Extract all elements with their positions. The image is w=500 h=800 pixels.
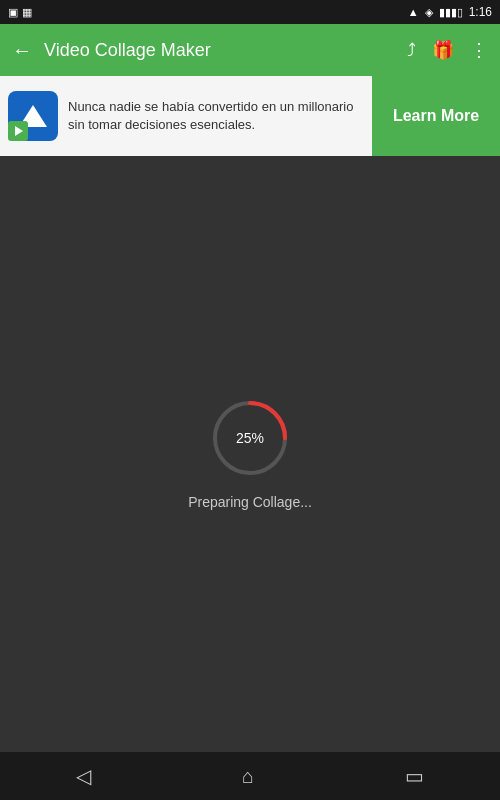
gift-icon[interactable]: 🎁 (432, 39, 454, 61)
ad-cta-label: Learn More (393, 107, 479, 125)
status-bar-right: ▲ ◈ ▮▮▮▯ 1:16 (408, 5, 492, 19)
ad-logo-wrap (8, 91, 58, 141)
notification-icon-2: ▦ (22, 6, 32, 19)
nav-recent-button[interactable] (405, 764, 424, 788)
progress-percentage: 25% (236, 430, 264, 446)
ad-text: Nunca nadie se había convertido en un mi… (68, 98, 364, 134)
app-bar-actions: ⤴ 🎁 ⋮ (407, 39, 488, 61)
ad-content: Nunca nadie se había convertido en un mi… (0, 76, 372, 156)
app-bar: ← Video Collage Maker ⤴ 🎁 ⋮ (0, 24, 500, 76)
wifi-icon: ▲ (408, 6, 419, 18)
ad-banner: Nunca nadie se había convertido en un mi… (0, 76, 500, 156)
app-title: Video Collage Maker (44, 40, 395, 61)
nav-home-button[interactable] (242, 765, 254, 788)
nav-back-button[interactable] (76, 764, 91, 788)
status-bar-left: ▣ ▦ (8, 6, 32, 19)
notification-icon: ▣ (8, 6, 18, 19)
status-bar: ▣ ▦ ▲ ◈ ▮▮▮▯ 1:16 (0, 0, 500, 24)
status-time: 1:16 (469, 5, 492, 19)
battery-icon: ▮▮▮▯ (439, 6, 463, 19)
preparing-label: Preparing Collage... (188, 494, 312, 510)
share-icon[interactable]: ⤴ (407, 40, 416, 61)
ad-play-arrow (15, 126, 23, 136)
progress-ring: 25% (210, 398, 290, 478)
more-icon[interactable]: ⋮ (470, 39, 488, 61)
main-content: 25% Preparing Collage... (0, 156, 500, 752)
ad-cta-button[interactable]: Learn More (372, 76, 500, 156)
ad-play-button (8, 121, 28, 141)
back-button[interactable]: ← (12, 39, 32, 62)
nav-bar (0, 752, 500, 800)
signal-icon: ◈ (425, 6, 433, 19)
